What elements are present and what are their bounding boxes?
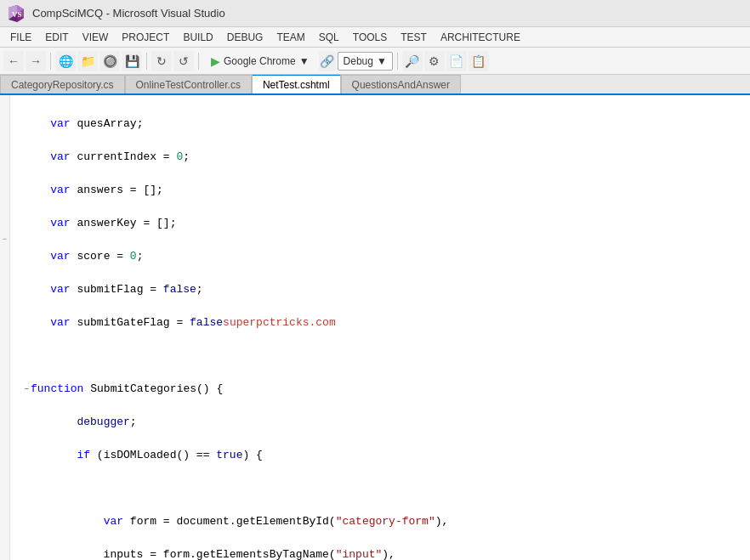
run-button[interactable]: ▶ Google Chrome ▼ xyxy=(203,52,317,71)
code-line-2: var currentIndex = 0; xyxy=(24,149,750,166)
undo-button[interactable]: ↻ xyxy=(151,51,172,71)
config-dropdown[interactable]: Debug ▼ xyxy=(338,52,393,71)
code-line-7: var submitGateFlag = falsesuperpctricks.… xyxy=(24,314,750,331)
redo-button[interactable]: ↺ xyxy=(173,51,194,71)
code-line-4: var answerKey = []; xyxy=(24,215,750,232)
code-line-12 xyxy=(24,480,750,497)
toolbar-btn-4[interactable]: 💾 xyxy=(122,51,142,71)
svg-text:VS: VS xyxy=(12,10,22,19)
code-line-3: var answers = []; xyxy=(24,182,750,199)
config-label: Debug xyxy=(344,55,373,67)
config-arrow: ▼ xyxy=(377,55,387,67)
toolbar-btn-8[interactable]: 📋 xyxy=(469,51,489,71)
window-title: CompSciMCQ - Microsoft Visual Studio xyxy=(32,7,225,20)
menu-file[interactable]: FILE xyxy=(3,30,38,45)
attach-button[interactable]: 🔗 xyxy=(319,51,336,71)
code-line-14: inputs = form.getElementsByTagName("inpu… xyxy=(24,546,750,561)
menu-project[interactable]: PROJECT xyxy=(115,30,176,45)
menu-sql[interactable]: SQL xyxy=(312,30,346,45)
toolbar-sep-1 xyxy=(50,53,51,70)
run-dropdown-arrow[interactable]: ▼ xyxy=(299,55,310,67)
play-icon: ▶ xyxy=(211,54,220,68)
menu-tools[interactable]: TOOLS xyxy=(346,30,394,45)
title-bar: VS CompSciMCQ - Microsoft Visual Studio xyxy=(0,0,750,27)
menu-build[interactable]: BUILD xyxy=(176,30,219,45)
code-line-8 xyxy=(24,348,750,365)
tab-net-test[interactable]: NetTest.cshtml xyxy=(252,75,341,93)
tab-online-test-controller[interactable]: OnlineTestController.cs xyxy=(125,75,252,93)
toolbar-btn-7[interactable]: 📄 xyxy=(446,51,467,71)
toolbar-btn-3[interactable]: 🔘 xyxy=(99,51,120,71)
menu-team[interactable]: TEAM xyxy=(270,30,311,45)
browser-button[interactable]: 🌐 xyxy=(55,51,76,71)
tab-category-repository[interactable]: CategoryRepository.cs xyxy=(0,75,125,93)
code-line-9: −function SubmitCategories() { xyxy=(24,381,750,398)
toolbar-btn-6[interactable]: ⚙ xyxy=(424,51,445,71)
back-button[interactable]: ← xyxy=(3,51,24,71)
forward-button[interactable]: → xyxy=(26,51,46,71)
toolbar-btn-5[interactable]: 🔎 xyxy=(402,51,423,71)
menu-bar: FILE EDIT VIEW PROJECT BUILD DEBUG TEAM … xyxy=(0,27,750,48)
code-gutter: − xyxy=(0,95,10,560)
doc-tabs: CategoryRepository.cs OnlineTestControll… xyxy=(0,75,750,95)
menu-test[interactable]: TEST xyxy=(394,30,434,45)
code-line-13: var form = document.getElementById("cate… xyxy=(24,513,750,530)
code-editor[interactable]: − var quesArray; var currentIndex = 0; v… xyxy=(0,95,750,560)
menu-architecture[interactable]: ARCHITECTURE xyxy=(434,30,527,45)
toolbar-sep-3 xyxy=(198,53,199,70)
toolbar-sep-4 xyxy=(397,53,398,70)
toolbar-sep-2 xyxy=(146,53,147,70)
menu-edit[interactable]: EDIT xyxy=(38,30,75,45)
menu-view[interactable]: VIEW xyxy=(76,30,116,45)
toolbar: ← → 🌐 📁 🔘 💾 ↻ ↺ ▶ Google Chrome ▼ 🔗 Debu… xyxy=(0,48,750,75)
code-line-10: debugger; xyxy=(24,414,750,431)
menu-debug[interactable]: DEBUG xyxy=(220,30,270,45)
code-content[interactable]: var quesArray; var currentIndex = 0; var… xyxy=(10,95,750,560)
toolbar-btn-2[interactable]: 📁 xyxy=(77,51,98,71)
tab-questions-and-answer[interactable]: QuestionsAndAnswer xyxy=(341,75,461,93)
run-target-label: Google Chrome xyxy=(224,55,296,67)
code-line-1: var quesArray; xyxy=(24,116,750,133)
vs-logo-icon: VS xyxy=(7,4,26,23)
code-line-6: var submitFlag = false; xyxy=(24,281,750,298)
code-line-5: var score = 0; xyxy=(24,248,750,265)
code-line-11: if (isDOMLoaded() == true) { xyxy=(24,447,750,464)
